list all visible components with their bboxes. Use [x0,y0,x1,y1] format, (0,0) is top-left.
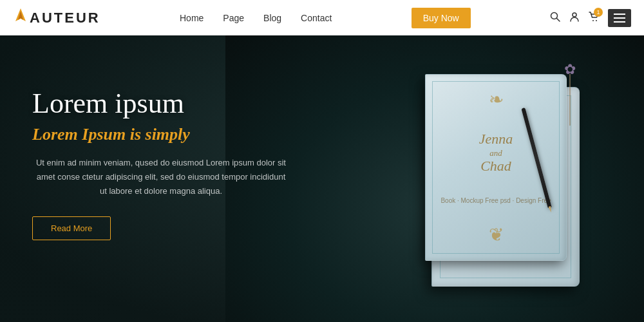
hamburger-line-2 [614,17,625,19]
nav-item-contact[interactable]: Contact [301,12,332,24]
navbar: AUTEUR Home Page Blog Contact Buy Now [0,0,644,35]
book-flourish-bottom: ❦ [489,226,504,244]
logo[interactable]: AUTEUR [13,8,100,28]
user-icon [569,12,580,22]
buy-now-button[interactable]: Buy Now [412,8,471,28]
logo-text: AUTEUR [30,10,100,26]
hero-section: ❧ Jenna and Chad Book · Mockup Free psd … [0,35,644,322]
logo-icon [13,8,28,28]
flower-stem [569,74,571,126]
svg-point-5 [592,20,594,21]
hamburger-line-1 [614,14,625,15]
search-button[interactable] [550,12,560,24]
hamburger-line-3 [614,21,625,23]
svg-line-3 [556,18,560,21]
search-icon [550,12,560,22]
book-title: Jenna and Chad [479,131,513,175]
nav-item-home[interactable]: Home [180,12,204,24]
book-stack: ❧ Jenna and Chad Book · Mockup Free psd … [425,55,592,299]
nav-links: Home Page Blog Contact [180,12,332,24]
book-subtitle: Book · Mockup Free psd · Design Free [440,197,551,204]
cart-button[interactable]: 1 [589,12,599,24]
hero-title: Lorem ipsum [32,87,309,120]
hero-description: Ut enim ad minim veniam, qused do eiusmo… [32,156,290,198]
book-flourish-top: ❧ [489,91,504,109]
nav-item-blog[interactable]: Blog [263,12,281,24]
book-top: ❧ Jenna and Chad Book · Mockup Free psd … [425,74,567,261]
cart-badge: 1 [594,8,603,17]
hamburger-button[interactable] [608,9,631,27]
read-more-button[interactable]: Read More [32,216,111,240]
user-button[interactable] [569,12,580,24]
svg-point-4 [573,13,576,17]
nav-icons: 1 [550,9,631,27]
flower-decoration: ✿ [560,61,580,126]
hero-content: Lorem ipsum Lorem Ipsum is simply Ut eni… [32,87,309,240]
flower-head: ✿ [564,61,576,78]
nav-item-page[interactable]: Page [223,12,244,24]
svg-point-6 [596,20,597,21]
hero-subtitle: Lorem Ipsum is simply [32,125,309,144]
